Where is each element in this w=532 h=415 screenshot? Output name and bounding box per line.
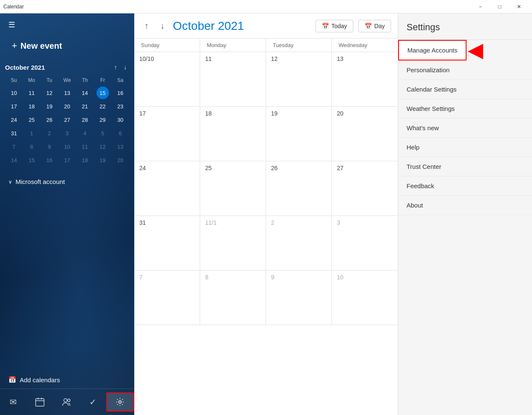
mini-cal-prev[interactable]: ↑ — [112, 62, 120, 72]
settings-menu-item[interactable]: What's new — [398, 118, 532, 138]
settings-menu-item[interactable]: Trust Center — [398, 157, 532, 176]
calendar-cell[interactable]: 10/10 — [134, 52, 200, 106]
mini-cal-day[interactable]: 23 — [114, 100, 127, 113]
mini-cal-day[interactable]: 3 — [61, 127, 73, 139]
mini-cal-day[interactable]: 11 — [25, 87, 38, 99]
cal-next-button[interactable]: ↓ — [157, 18, 168, 33]
mini-cal-day[interactable]: 19 — [43, 100, 56, 113]
mini-cal-day[interactable]: 14 — [78, 87, 91, 99]
new-event-button[interactable]: + New event — [5, 36, 129, 55]
account-section[interactable]: ∨ Microsoft account — [5, 175, 129, 189]
cell-date-number: 2 — [271, 219, 274, 226]
mini-cal-day[interactable]: 20 — [114, 154, 127, 166]
cell-date-number: 17 — [139, 110, 146, 117]
calendar-cell[interactable]: 25 — [200, 161, 266, 215]
mini-cal-day[interactable]: 22 — [96, 100, 109, 113]
calendar-cell[interactable]: 7 — [134, 271, 200, 325]
calendar-cell[interactable]: 17 — [134, 107, 200, 161]
nav-settings-button[interactable] — [106, 392, 134, 412]
calendar-cell[interactable]: 31 — [134, 216, 200, 270]
settings-menu-item[interactable]: About — [398, 196, 532, 215]
mini-cal-day[interactable]: 10 — [8, 87, 20, 99]
mini-cal-day[interactable]: 29 — [96, 113, 109, 126]
add-calendars-button[interactable]: 📅 Add calendars — [2, 371, 133, 389]
cell-date-number: 10/10 — [139, 55, 154, 62]
nav-people-button[interactable] — [53, 393, 79, 411]
calendar-cell[interactable]: 27 — [332, 161, 398, 215]
calendar-cell[interactable]: 10 — [332, 271, 398, 325]
settings-menu-item[interactable]: Calendar Settings — [398, 80, 532, 99]
mini-cal-day[interactable]: 19 — [96, 154, 109, 166]
mini-cal-day[interactable]: 10 — [61, 140, 73, 153]
calendar-cell[interactable]: 20 — [332, 107, 398, 161]
calendar-cell[interactable]: 11 — [200, 52, 266, 106]
mini-cal-day[interactable]: 11 — [78, 140, 91, 153]
settings-menu-item[interactable]: Manage Accounts — [398, 40, 467, 60]
mini-cal-day[interactable]: 18 — [78, 154, 91, 166]
mini-cal-day[interactable]: 30 — [114, 113, 127, 126]
calendar-week: 78910 — [134, 271, 398, 325]
mini-cal-day[interactable]: 26 — [43, 113, 56, 126]
mini-cal-day[interactable]: 9 — [43, 140, 56, 153]
mini-cal-day[interactable]: 17 — [61, 154, 73, 166]
maximize-button[interactable]: □ — [490, 0, 509, 13]
calendar-cell[interactable]: 2 — [266, 216, 332, 270]
calendar-cell[interactable]: 11/1 — [200, 216, 266, 270]
mini-cal-next[interactable]: ↓ — [121, 62, 129, 72]
mini-cal-day[interactable]: 31 — [8, 127, 20, 139]
mini-cal-day[interactable]: 20 — [61, 100, 73, 113]
cell-date-number: 31 — [139, 219, 146, 226]
close-button[interactable]: ✕ — [509, 0, 529, 13]
hamburger-button[interactable]: ☰ — [5, 17, 18, 33]
svg-point-6 — [119, 401, 121, 403]
nav-calendar-button[interactable] — [26, 393, 53, 411]
mini-cal-day[interactable]: 16 — [114, 87, 127, 99]
mini-cal-day[interactable]: 27 — [61, 113, 73, 126]
mini-cal-day[interactable]: 1 — [25, 127, 38, 139]
cell-date-number: 18 — [205, 110, 212, 117]
calendar-cell[interactable]: 12 — [266, 52, 332, 106]
day-header-tuesday: Tuesday — [266, 39, 332, 52]
mini-cal-day[interactable]: 18 — [25, 100, 38, 113]
mini-cal-day[interactable]: 17 — [8, 100, 20, 113]
mini-cal-day[interactable]: 15 — [25, 154, 38, 166]
settings-menu-item[interactable]: Feedback — [398, 176, 532, 196]
calendar-cell[interactable]: 26 — [266, 161, 332, 215]
settings-title: Settings — [398, 13, 532, 40]
calendar-cell[interactable]: 8 — [200, 271, 266, 325]
mini-cal-day[interactable]: 16 — [43, 154, 56, 166]
minimize-button[interactable]: − — [471, 0, 490, 13]
mini-cal-day[interactable]: 13 — [114, 140, 127, 153]
mini-cal-day[interactable]: 15 — [96, 87, 109, 99]
cal-today-button[interactable]: 📅 Today — [316, 20, 353, 32]
mini-cal-day[interactable]: 21 — [78, 100, 91, 113]
calendar-cell[interactable]: 13 — [332, 52, 398, 106]
settings-menu-item[interactable]: Weather Settings — [398, 99, 532, 118]
calendar-cell[interactable]: 24 — [134, 161, 200, 215]
mini-cal-day[interactable]: 25 — [25, 113, 38, 126]
calendar-cell[interactable]: 19 — [266, 107, 332, 161]
cal-day-button[interactable]: 📅 Day — [358, 20, 391, 32]
settings-menu-item[interactable]: Personalization — [398, 60, 532, 80]
mini-cal-day[interactable]: 5 — [96, 127, 109, 139]
calendar-cell[interactable]: 9 — [266, 271, 332, 325]
mini-cal-day[interactable]: 2 — [43, 127, 56, 139]
nav-tasks-button[interactable]: ✓ — [80, 393, 106, 411]
mini-cal-day[interactable]: 4 — [78, 127, 91, 139]
mini-cal-day[interactable]: 13 — [61, 87, 73, 99]
mini-cal-day[interactable]: 14 — [8, 154, 20, 166]
mini-cal-day[interactable]: 24 — [8, 113, 20, 126]
add-calendars-label: Add calendars — [20, 376, 60, 383]
calendar-cell[interactable]: 18 — [200, 107, 266, 161]
mini-cal-day[interactable]: 28 — [78, 113, 91, 126]
cal-prev-button[interactable]: ↑ — [141, 18, 152, 33]
cell-date-number: 26 — [271, 165, 278, 171]
mini-cal-day[interactable]: 8 — [25, 140, 38, 153]
mini-cal-day[interactable]: 7 — [8, 140, 20, 153]
settings-menu-item[interactable]: Help — [398, 138, 532, 157]
mini-cal-day[interactable]: 12 — [43, 87, 56, 99]
nav-mail-button[interactable]: ✉ — [0, 393, 26, 411]
calendar-cell[interactable]: 3 — [332, 216, 398, 270]
mini-cal-day[interactable]: 12 — [96, 140, 109, 153]
mini-cal-day[interactable]: 6 — [114, 127, 127, 139]
